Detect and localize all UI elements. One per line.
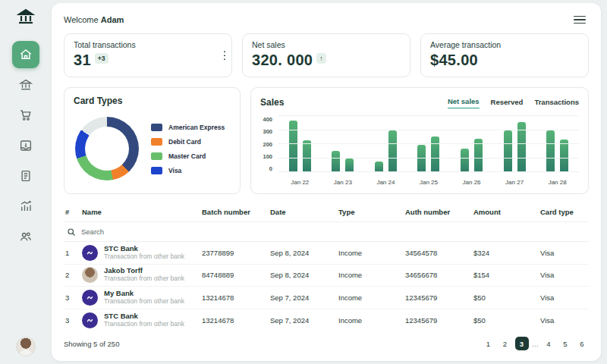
batch-number: 13214678 <box>202 316 270 325</box>
page-title: Welcome Adam <box>64 15 124 24</box>
card-type: Visa <box>540 249 587 257</box>
column-header: Auth number <box>405 208 473 216</box>
table-row[interactable]: 1STC BankTransaction from other bank2377… <box>64 242 589 265</box>
table-body: 1STC BankTransaction from other bank2377… <box>64 242 589 331</box>
y-tick-label: 200 <box>260 141 272 148</box>
bank-avatar <box>82 312 98 328</box>
auth-number: 12345679 <box>405 293 473 302</box>
bar <box>560 140 568 172</box>
legend-item: Visa <box>151 167 225 174</box>
table-row[interactable]: 3STC BankTransaction from other bank1321… <box>64 309 589 332</box>
y-tick-label: 400 <box>260 116 272 123</box>
bar <box>431 136 439 172</box>
stat-label: Total transactions <box>74 40 222 49</box>
x-tick-label: Jan 24 <box>370 179 401 186</box>
page-button-1[interactable]: 1 <box>482 337 495 350</box>
batch-number: 23778899 <box>202 249 270 257</box>
bar <box>303 140 311 172</box>
x-tick-label: Jan 27 <box>499 179 530 186</box>
row-subtitle: Transaction from other bank <box>104 275 184 283</box>
x-axis: Jan 22Jan 23Jan 24Jan 25Jan 26Jan 27Jan … <box>278 179 579 186</box>
sidebar-item-documents[interactable] <box>12 162 39 190</box>
name-stack: My BankTransaction from other bank <box>104 290 184 306</box>
tab-transactions[interactable]: Transactions <box>534 96 579 108</box>
gridline <box>278 130 579 130</box>
table-row[interactable]: 2Jakob TorffTransaction from other bank8… <box>64 265 589 287</box>
auth-number: 34656678 <box>405 271 473 279</box>
home-icon <box>19 48 33 61</box>
legend-item: Debit Card <box>151 138 225 146</box>
sidebar-item-customers[interactable] <box>12 223 39 250</box>
date: Sep 7, 2024 <box>270 316 338 325</box>
amount: $154 <box>473 271 540 279</box>
kebab-menu-icon[interactable] <box>224 49 226 62</box>
legend-swatch <box>151 152 162 160</box>
topbar: Welcome Adam <box>64 11 589 29</box>
x-tick-label: Jan 23 <box>328 179 358 186</box>
sales-bar-chart: 0100200300400 <box>260 116 579 176</box>
amount: $50 <box>473 293 540 302</box>
stat-card-net-sales: Net sales 320. 000 ↑ <box>242 33 410 77</box>
search-input[interactable] <box>81 228 233 236</box>
row-number: 3 <box>65 293 82 302</box>
app-logo-icon <box>17 8 35 29</box>
row-subtitle: Transaction from other bank <box>104 298 184 306</box>
bar <box>332 151 340 172</box>
pagination-ellipsis: … <box>532 340 539 348</box>
date: Sep 8, 2024 <box>270 249 338 257</box>
username: Adam <box>101 15 124 24</box>
sidebar-item-cart[interactable] <box>12 102 39 129</box>
sidebar <box>0 0 52 364</box>
type: Income <box>338 271 405 279</box>
page-button-2[interactable]: 2 <box>498 337 512 350</box>
sidebar-item-deposits[interactable] <box>12 132 39 159</box>
sidebar-item-home[interactable] <box>12 41 39 68</box>
card-types-donut-chart <box>75 117 139 180</box>
page-button-4[interactable]: 4 <box>542 337 555 350</box>
bar <box>504 130 512 173</box>
tab-net-sales[interactable]: Net sales <box>448 96 480 108</box>
plot-area <box>278 116 579 172</box>
legend-label: Visa <box>168 167 181 174</box>
page-button-5[interactable]: 5 <box>558 337 572 350</box>
stat-card-average-transaction: Average transaction $45.00 <box>420 33 589 77</box>
page-button-3[interactable]: 3 <box>515 337 529 350</box>
users-icon <box>19 230 33 243</box>
batch-number: 13214678 <box>202 293 270 302</box>
sidebar-item-bank[interactable] <box>12 71 39 99</box>
name-cell: STC BankTransaction from other bank <box>82 245 202 261</box>
name-stack: STC BankTransaction from other bank <box>104 312 184 328</box>
stat-value: 320. 000 <box>252 52 313 69</box>
sales-title: Sales <box>260 97 284 108</box>
stat-cards: Total transactions 31 +3 Net sales 320. … <box>64 33 589 77</box>
row-number: 2 <box>65 271 82 279</box>
tab-reserved[interactable]: Reserved <box>491 96 524 108</box>
bar <box>417 145 426 172</box>
auth-number: 12345679 <box>405 316 473 325</box>
pagination: 123…456 <box>482 337 590 350</box>
x-tick-label: Jan 25 <box>414 179 444 186</box>
menu-icon[interactable] <box>571 13 589 27</box>
bar-group <box>332 116 354 172</box>
type: Income <box>338 249 405 257</box>
legend-item: American Express <box>151 124 225 131</box>
user-avatar[interactable] <box>16 337 36 356</box>
showing-count: Showing 5 of 250 <box>64 340 119 348</box>
table-row[interactable]: 3My BankTransaction from other bank13214… <box>64 287 589 309</box>
bar <box>546 130 555 173</box>
amount: $50 <box>473 316 540 325</box>
name-cell: Jakob TorffTransaction from other bank <box>82 267 202 283</box>
amount: $324 <box>473 249 540 257</box>
bank-logo-icon <box>86 249 94 257</box>
x-tick-label: Jan 26 <box>457 179 487 186</box>
trend-up-icon: ↑ <box>316 53 326 64</box>
row-subtitle: Transaction from other bank <box>104 253 184 261</box>
bank-logo-icon <box>86 293 94 302</box>
card-types-panel: Card Types American ExpressDebit CardMas… <box>64 87 241 194</box>
page-button-6[interactable]: 6 <box>575 337 589 350</box>
bar <box>289 121 297 172</box>
sidebar-item-analytics[interactable] <box>12 193 39 220</box>
money-inbox-icon <box>19 139 33 152</box>
bank-avatar <box>82 245 98 261</box>
column-header: Date <box>270 208 338 216</box>
